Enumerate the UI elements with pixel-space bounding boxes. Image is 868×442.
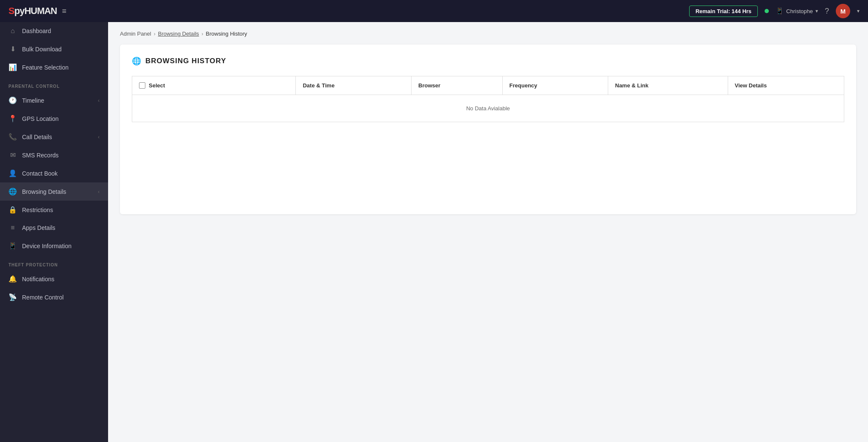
select-all-checkbox[interactable] (139, 82, 145, 89)
avatar[interactable]: M (836, 4, 850, 18)
avatar-chevron-icon: ▾ (857, 8, 860, 14)
help-icon[interactable]: ? (825, 7, 829, 16)
table-header-row: Select Date & Time Browser Frequency Nam… (132, 76, 844, 95)
apps-details-icon: ≡ (8, 224, 17, 232)
sidebar-label-dashboard: Dashboard (22, 28, 51, 34)
sidebar-item-sms-records[interactable]: ✉ SMS Records (0, 146, 108, 164)
no-data-row: No Data Avialable (132, 95, 844, 122)
sidebar-label-restrictions: Restrictions (22, 207, 53, 213)
timeline-chevron-icon: ‹ (98, 98, 100, 104)
sidebar-label-contact-book: Contact Book (22, 170, 58, 177)
main-layout: ⌂ Dashboard ⬇ Bulk Download 📊 Feature Se… (0, 22, 868, 442)
remote-control-icon: 📡 (8, 293, 17, 301)
phone-icon: 📱 (776, 7, 784, 15)
timeline-icon: 🕐 (8, 96, 17, 104)
col-select: Select (132, 76, 296, 95)
browsing-details-chevron-icon: ‹ (98, 189, 100, 195)
header-right: Remain Trial: 144 Hrs 📱 Christophe ▾ ? M… (689, 4, 860, 18)
section-theft-protection: THEFT PROTECTION (0, 255, 108, 270)
breadcrumb-middle[interactable]: Browsing Details (158, 31, 199, 37)
col-select-label: Select (149, 82, 165, 89)
sidebar-label-browsing-details: Browsing Details (22, 188, 66, 195)
main-content: Admin Panel › Browsing Details › Browsin… (108, 22, 868, 442)
sidebar-label-remote-control: Remote Control (22, 294, 64, 301)
breadcrumb-sep-2: › (202, 31, 203, 37)
page-card: 🌐 BROWSING HISTORY Select Date & Time Br… (120, 45, 856, 214)
call-details-chevron-icon: ‹ (98, 134, 100, 140)
sidebar-label-call-details: Call Details (22, 134, 52, 140)
sidebar-label-timeline: Timeline (22, 97, 44, 104)
col-frequency: Frequency (502, 76, 608, 95)
sidebar-label-notifications: Notifications (22, 276, 54, 283)
logo-text: SpyHUMAN (8, 6, 57, 17)
gps-icon: 📍 (8, 115, 17, 123)
sms-icon: ✉ (8, 151, 17, 159)
logo: SpyHUMAN (8, 6, 57, 17)
device-information-icon: 📱 (8, 242, 17, 250)
no-data-cell: No Data Avialable (132, 95, 844, 122)
section-parental-control: PARENTAL CONTROL (0, 76, 108, 91)
trial-badge: Remain Trial: 144 Hrs (689, 6, 758, 17)
breadcrumb-sep-1: › (154, 31, 156, 37)
sidebar-label-gps: GPS Location (22, 115, 58, 122)
sidebar-label-apps-details: Apps Details (22, 224, 56, 231)
logo-area: SpyHUMAN ≡ (8, 6, 67, 17)
sidebar: ⌂ Dashboard ⬇ Bulk Download 📊 Feature Se… (0, 22, 108, 442)
sidebar-label-device-information: Device Information (22, 243, 72, 249)
notifications-icon: 🔔 (8, 275, 17, 283)
sidebar-label-sms-records: SMS Records (22, 152, 58, 159)
col-view-details: View Details (728, 76, 844, 95)
restrictions-icon: 🔒 (8, 206, 17, 214)
sidebar-item-call-details[interactable]: 📞 Call Details ‹ (0, 128, 108, 146)
sidebar-item-bulk-download[interactable]: ⬇ Bulk Download (0, 40, 108, 58)
sidebar-item-feature-selection[interactable]: 📊 Feature Selection (0, 58, 108, 76)
sidebar-item-notifications[interactable]: 🔔 Notifications (0, 270, 108, 288)
breadcrumb-root: Admin Panel (120, 31, 151, 37)
sidebar-item-dashboard[interactable]: ⌂ Dashboard (0, 22, 108, 40)
sidebar-item-remote-control[interactable]: 📡 Remote Control (0, 288, 108, 306)
contact-book-icon: 👤 (8, 169, 17, 177)
feature-selection-icon: 📊 (8, 63, 17, 71)
device-chevron-icon: ▾ (815, 8, 818, 14)
breadcrumb: Admin Panel › Browsing Details › Browsin… (120, 31, 856, 37)
dashboard-icon: ⌂ (8, 27, 17, 35)
col-date-time: Date & Time (296, 76, 412, 95)
sidebar-item-timeline[interactable]: 🕐 Timeline ‹ (0, 91, 108, 109)
sidebar-item-restrictions[interactable]: 🔒 Restrictions (0, 201, 108, 219)
call-details-icon: 📞 (8, 133, 17, 141)
browsing-details-icon: 🌐 (8, 187, 17, 196)
sidebar-item-device-information[interactable]: 📱 Device Information (0, 237, 108, 255)
sidebar-label-feature-selection: Feature Selection (22, 64, 69, 71)
breadcrumb-current: Browsing History (206, 31, 248, 37)
sidebar-label-bulk-download: Bulk Download (22, 46, 61, 53)
browsing-history-table: Select Date & Time Browser Frequency Nam… (132, 76, 844, 122)
top-header: SpyHUMAN ≡ Remain Trial: 144 Hrs 📱 Chris… (0, 0, 868, 22)
bulk-download-icon: ⬇ (8, 45, 17, 53)
globe-icon: 🌐 (132, 56, 141, 66)
page-title-row: 🌐 BROWSING HISTORY (132, 56, 844, 66)
sidebar-item-gps-location[interactable]: 📍 GPS Location (0, 109, 108, 128)
sidebar-item-browsing-details[interactable]: 🌐 Browsing Details ‹ (0, 182, 108, 201)
sidebar-item-contact-book[interactable]: 👤 Contact Book (0, 164, 108, 182)
col-name-link: Name & Link (608, 76, 728, 95)
device-name: Christophe (786, 8, 813, 14)
page-title: BROWSING HISTORY (145, 57, 226, 65)
device-selector[interactable]: 📱 Christophe ▾ (776, 7, 818, 15)
hamburger-icon[interactable]: ≡ (62, 7, 67, 16)
sidebar-item-apps-details[interactable]: ≡ Apps Details (0, 219, 108, 237)
online-indicator (765, 9, 769, 13)
col-browser: Browser (412, 76, 503, 95)
